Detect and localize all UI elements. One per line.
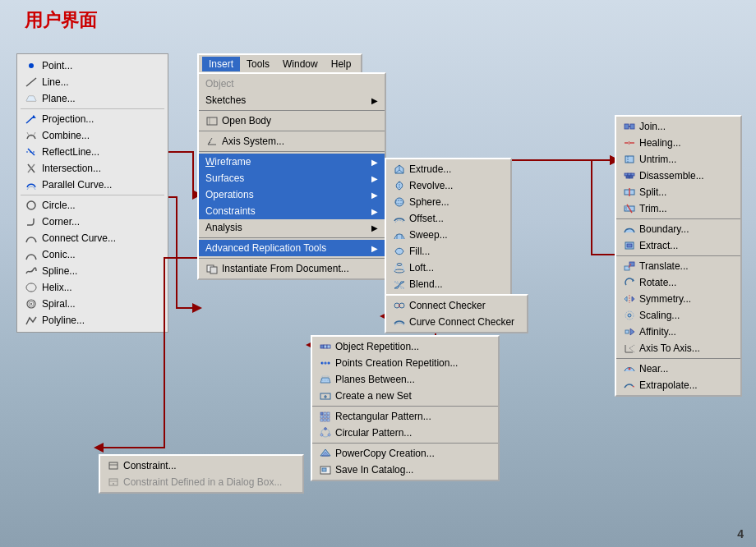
menu-item-extrude[interactable]: Extrude... bbox=[386, 161, 510, 177]
fill-icon bbox=[393, 246, 406, 257]
symmetry-icon bbox=[623, 293, 636, 305]
join-icon bbox=[623, 121, 636, 132]
menu-item-axissystem[interactable]: Axis System... bbox=[199, 133, 385, 149]
menu-item-scaling[interactable]: Scaling... bbox=[616, 307, 740, 324]
menu-item-sphere[interactable]: Sphere... bbox=[386, 194, 510, 210]
menu-item-operations[interactable]: Operations ▶ bbox=[199, 186, 385, 203]
menu-item-trim[interactable]: Trim... bbox=[616, 200, 740, 217]
sidebar-item-point[interactable]: Point... bbox=[17, 57, 168, 74]
menu-item-sweep[interactable]: Sweep... bbox=[386, 227, 510, 243]
offset-icon bbox=[393, 213, 406, 224]
menu-item-rotate[interactable]: Rotate... bbox=[616, 274, 740, 291]
constraint-icon bbox=[107, 460, 120, 471]
corner-icon bbox=[24, 215, 39, 228]
menu-item-sketches[interactable]: Sketches ▶ bbox=[199, 92, 385, 108]
menu-item-rectangularpattern[interactable]: Rectangular Pattern... bbox=[312, 408, 498, 425]
conic-icon bbox=[24, 248, 39, 261]
menu-item-constraintdialog[interactable]: Constraint Defined in a Dialog Box... bbox=[100, 474, 302, 490]
menu-item-disassemble[interactable]: Disassemble... bbox=[616, 168, 740, 184]
menu-item-constraint[interactable]: Constraint... bbox=[100, 457, 302, 474]
operations-submenu: Join... Healing... Untrim... Disassemble… bbox=[615, 115, 742, 397]
svg-rect-18 bbox=[625, 124, 629, 129]
sidebar-item-corner[interactable]: Corner... bbox=[17, 214, 168, 230]
objrep-icon bbox=[319, 341, 332, 352]
svg-rect-21 bbox=[625, 173, 628, 176]
split-icon bbox=[623, 186, 636, 198]
menu-item-blend[interactable]: Blend... bbox=[386, 276, 510, 292]
svg-point-36 bbox=[628, 314, 631, 317]
sidebar-item-line[interactable]: Line... bbox=[17, 74, 168, 90]
menu-item-translate[interactable]: Translate... bbox=[616, 258, 740, 274]
separator bbox=[616, 358, 740, 359]
menu-item-planesbetween[interactable]: Planes Between... bbox=[312, 371, 498, 388]
sidebar-item-conic[interactable]: Conic... bbox=[17, 246, 168, 263]
sidebar-item-spiral[interactable]: Spiral... bbox=[17, 296, 168, 312]
arrow-icon: ▶ bbox=[371, 158, 378, 167]
sidebar-item-polyline[interactable]: Polyline... bbox=[17, 312, 168, 329]
sidebar-item-intersection[interactable]: Intersection... bbox=[17, 160, 168, 177]
sidebar-item-connectcurve[interactable]: Connect Curve... bbox=[17, 230, 168, 246]
connectcurve-icon bbox=[24, 232, 39, 245]
constraintdialog-icon bbox=[107, 476, 120, 488]
menu-item-createnewset[interactable]: Create a new Set bbox=[312, 388, 498, 404]
menu-item-revolve[interactable]: Revolve... bbox=[386, 177, 510, 194]
spline-icon bbox=[24, 264, 39, 278]
menu-item-constraints[interactable]: Constraints ▶ bbox=[199, 203, 385, 219]
svg-point-7 bbox=[30, 303, 32, 305]
sidebar-item-combine[interactable]: Combine... bbox=[17, 127, 168, 144]
menu-item-offset[interactable]: Offset... bbox=[386, 210, 510, 227]
menu-item-near[interactable]: Near... bbox=[616, 361, 740, 377]
menu-item-boundary[interactable]: Boundary... bbox=[616, 221, 740, 237]
menu-item-symmetry[interactable]: Symmetry... bbox=[616, 291, 740, 307]
menu-item-join[interactable]: Join... bbox=[616, 118, 740, 135]
sidebar-item-reflectline[interactable]: ReflectLine... bbox=[17, 144, 168, 160]
menu-item-instantiate[interactable]: Instantiate From Document... bbox=[199, 260, 385, 277]
svg-rect-53 bbox=[324, 412, 326, 415]
constraint-panel: Constraint... Constraint Defined in a Di… bbox=[99, 454, 304, 494]
menu-item-curveconnectchecker[interactable]: Curve Connect Checker bbox=[386, 314, 527, 330]
menubar-insert[interactable]: Insert bbox=[202, 57, 240, 71]
near-icon bbox=[623, 363, 636, 375]
svg-rect-23 bbox=[631, 173, 634, 176]
sidebar-item-parallelcurve[interactable]: Parallel Curve... bbox=[17, 177, 168, 193]
menu-item-powercopycreation[interactable]: PowerCopy Creation... bbox=[312, 445, 498, 462]
menu-item-wireframe[interactable]: WWireframeireframe ▶ bbox=[199, 154, 385, 170]
menu-item-circularpattern[interactable]: Circular Pattern... bbox=[312, 425, 498, 441]
menu-item-pointsrepetition[interactable]: Points Creation Repetition... bbox=[312, 355, 498, 371]
svg-point-4 bbox=[27, 201, 35, 209]
menu-item-affinity[interactable]: Affinity... bbox=[616, 324, 740, 340]
menu-item-split[interactable]: Split... bbox=[616, 184, 740, 200]
menubar-help[interactable]: Help bbox=[325, 57, 358, 71]
separator bbox=[312, 406, 498, 407]
menu-item-healing[interactable]: Healing... bbox=[616, 135, 740, 151]
menubar-tools[interactable]: Tools bbox=[240, 57, 276, 71]
menu-item-surfaces[interactable]: Surfaces ▶ bbox=[199, 170, 385, 186]
menu-item-objectrepetition[interactable]: Object Repetition... bbox=[312, 338, 498, 355]
sidebar-item-helix[interactable]: Helix... bbox=[17, 279, 168, 296]
menubar-window[interactable]: Window bbox=[276, 57, 325, 71]
separator bbox=[312, 443, 498, 444]
menu-item-object[interactable]: Object bbox=[199, 76, 385, 92]
menu-item-fill[interactable]: Fill... bbox=[386, 243, 510, 260]
menu-item-loft[interactable]: Loft... bbox=[386, 260, 510, 276]
curveconnect-icon bbox=[393, 316, 406, 328]
svg-rect-57 bbox=[327, 416, 330, 418]
sidebar-item-circle[interactable]: Circle... bbox=[17, 197, 168, 214]
menu-item-advreplication[interactable]: Advanced Replication Tools ▶ bbox=[199, 240, 385, 256]
menu-item-openbody[interactable]: Open Body bbox=[199, 113, 385, 129]
menu-item-analysis[interactable]: Analysis ▶ bbox=[199, 219, 385, 236]
line-icon bbox=[24, 76, 39, 89]
menu-item-axistoaxis[interactable]: Axis To Axis... bbox=[616, 340, 740, 356]
menu-item-extrapolate[interactable]: Extrapolate... bbox=[616, 377, 740, 393]
sidebar-item-spline[interactable]: Spline... bbox=[17, 263, 168, 279]
sidebar-item-plane[interactable]: Plane... bbox=[17, 90, 168, 107]
menu-item-saveincatalog[interactable]: Save In Catalog... bbox=[312, 462, 498, 478]
svg-marker-35 bbox=[632, 296, 634, 301]
savecatalog-icon bbox=[319, 464, 332, 476]
menu-item-connectchecker[interactable]: Connect Checker bbox=[386, 297, 527, 314]
plane-icon bbox=[24, 92, 39, 105]
separator-2 bbox=[21, 195, 164, 195]
menu-item-extract[interactable]: Extract... bbox=[616, 237, 740, 254]
menu-item-untrim[interactable]: Untrim... bbox=[616, 151, 740, 168]
sidebar-item-projection[interactable]: Projection... bbox=[17, 111, 168, 127]
